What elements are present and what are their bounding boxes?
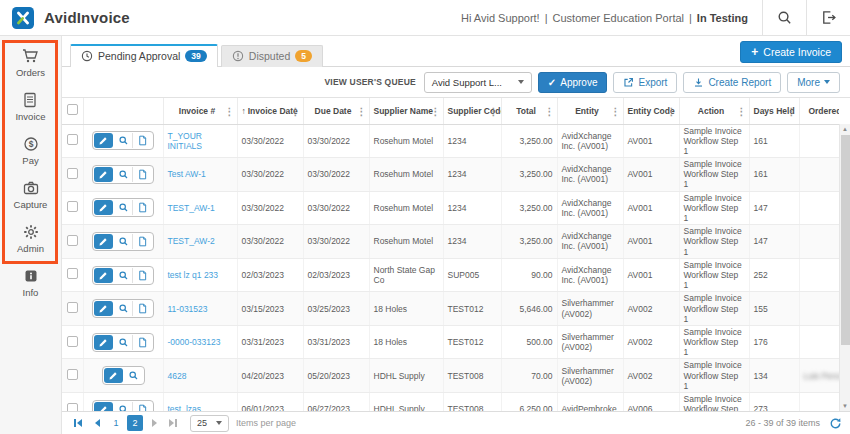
sidebar-item-pay[interactable]: $ Pay [22, 136, 38, 166]
edit-invoice-button[interactable] [94, 167, 113, 182]
attachment-button[interactable] [133, 234, 152, 249]
page-button-2[interactable]: 2 [127, 415, 143, 431]
scroll-down-icon[interactable]: ▼ [842, 401, 848, 411]
invoice-number-link[interactable]: TEST_AW-1 [168, 203, 233, 213]
entity-code-cell: AV001 [623, 191, 679, 225]
column-header-supplier-name[interactable]: Supplier Name⋮ [369, 98, 443, 124]
tab-pending-approval[interactable]: Pending Approval 39 [70, 44, 218, 68]
sidebar-item-info[interactable]: Info [23, 268, 39, 298]
approve-button[interactable]: ✓ Approve [538, 72, 608, 93]
logout-button[interactable] [806, 0, 850, 35]
preview-invoice-button[interactable] [114, 268, 133, 283]
column-menu-icon[interactable]: ⋮ [737, 105, 747, 116]
download-icon [693, 77, 704, 88]
sidebar-item-invoice[interactable]: Invoice [15, 92, 45, 122]
column-header-supplier-code[interactable]: Supplier Code⋮ [443, 98, 501, 124]
preview-invoice-button[interactable] [114, 133, 133, 148]
row-checkbox[interactable] [67, 134, 78, 145]
column-header-entity-code[interactable]: Entity Code⋮ [623, 98, 679, 124]
column-menu-icon[interactable]: ⋮ [431, 105, 441, 116]
row-checkbox[interactable] [67, 235, 78, 246]
items-per-page-select[interactable]: 25 [190, 415, 229, 432]
preview-invoice-button[interactable] [114, 167, 133, 182]
prev-page-button[interactable] [89, 415, 105, 431]
edit-invoice-button[interactable] [94, 402, 113, 411]
create-invoice-button[interactable]: + Create Invoice [740, 41, 842, 63]
preview-invoice-button[interactable] [114, 335, 133, 350]
attachment-button[interactable] [133, 167, 152, 182]
sidebar-item-orders[interactable]: Orders [16, 48, 45, 78]
invoice-number-link[interactable]: T_YOUR INITIALS [168, 131, 233, 151]
attachment-button[interactable] [133, 335, 152, 350]
edit-invoice-button[interactable] [104, 368, 123, 383]
column-header-action[interactable]: Action⋮ [679, 98, 749, 124]
column-menu-icon[interactable]: ⋮ [357, 105, 367, 116]
column-header-invoice-number[interactable]: Invoice #⋮ [163, 98, 237, 124]
search-button[interactable] [762, 0, 806, 35]
attachment-button[interactable] [133, 200, 152, 215]
more-button[interactable]: More [787, 72, 840, 93]
create-report-button[interactable]: Create Report [683, 72, 781, 93]
column-header-row-actions[interactable] [83, 98, 163, 124]
user-greeting[interactable]: Hi Avid Support! [461, 12, 540, 24]
edit-invoice-button[interactable] [94, 335, 113, 350]
edit-invoice-button[interactable] [94, 234, 113, 249]
column-header-invoice-date[interactable]: ↑Invoice Date⋮ [237, 98, 303, 124]
edit-invoice-button[interactable] [94, 301, 113, 316]
sidebar-item-admin[interactable]: Admin [17, 224, 44, 254]
edit-invoice-button[interactable] [94, 200, 113, 215]
export-button[interactable]: Export [613, 72, 677, 93]
column-header-days-held[interactable]: Days Held⋮ [749, 98, 799, 124]
page-button-1[interactable]: 1 [108, 415, 124, 431]
preview-invoice-button[interactable] [114, 402, 133, 411]
column-header-due-date[interactable]: Due Date⋮ [303, 98, 369, 124]
attachment-button[interactable] [133, 402, 152, 411]
tab-disputed[interactable]: Disputed 5 [221, 45, 323, 68]
row-checkbox[interactable] [67, 168, 78, 179]
column-menu-icon[interactable]: ⋮ [489, 105, 499, 116]
edit-invoice-button[interactable] [94, 268, 113, 283]
select-all-checkbox[interactable] [67, 104, 78, 115]
invoice-date-cell: 04/20/2023 [237, 359, 303, 393]
column-menu-icon[interactable]: ⋮ [291, 105, 301, 116]
row-checkbox[interactable] [67, 302, 78, 313]
vertical-scrollbar[interactable]: ▲ ▼ [839, 124, 850, 411]
column-header-ordered[interactable]: Ordered⋮ [799, 98, 839, 124]
preview-invoice-button[interactable] [124, 368, 143, 383]
invoice-number-link[interactable]: test lz q1 233 [168, 270, 233, 280]
invoice-number-link[interactable]: 11-031523 [168, 304, 233, 314]
first-page-button[interactable] [70, 415, 86, 431]
preview-invoice-button[interactable] [114, 234, 133, 249]
column-menu-icon[interactable]: ⋮ [667, 105, 677, 116]
column-header-total[interactable]: Total⋮ [501, 98, 557, 124]
invoice-number-link[interactable]: test_lzas [168, 404, 233, 411]
invoice-number-link[interactable]: TEST_AW-2 [168, 236, 233, 246]
sidebar-item-capture[interactable]: Capture [14, 180, 48, 210]
preview-invoice-button[interactable] [114, 200, 133, 215]
column-menu-icon[interactable]: ⋮ [611, 105, 621, 116]
portal-name[interactable]: Customer Education Portal [553, 12, 684, 24]
row-checkbox[interactable] [67, 336, 78, 347]
scrollbar-thumb[interactable] [841, 135, 850, 345]
invoice-number-link[interactable]: -0000-033123 [168, 337, 233, 347]
attachment-button[interactable] [133, 268, 152, 283]
refresh-button[interactable] [829, 417, 842, 430]
last-page-button[interactable] [165, 415, 181, 431]
row-checkbox[interactable] [67, 369, 78, 380]
column-header-entity[interactable]: Entity⋮ [557, 98, 623, 124]
column-menu-icon[interactable]: ⋮ [787, 105, 797, 116]
column-menu-icon[interactable]: ⋮ [545, 105, 555, 116]
edit-invoice-button[interactable] [94, 133, 113, 148]
next-page-button[interactable] [146, 415, 162, 431]
row-checkbox[interactable] [67, 201, 78, 212]
attachment-button[interactable] [133, 133, 152, 148]
scroll-up-icon[interactable]: ▲ [842, 124, 848, 134]
invoice-number-link[interactable]: 4628 [168, 371, 233, 381]
row-checkbox[interactable] [67, 268, 78, 279]
column-menu-icon[interactable]: ⋮ [225, 105, 235, 116]
invoice-number-link[interactable]: Test AW-1 [168, 169, 233, 179]
row-checkbox[interactable] [67, 403, 78, 411]
attachment-button[interactable] [133, 301, 152, 316]
user-queue-select[interactable]: Avid Support L... [424, 72, 532, 93]
preview-invoice-button[interactable] [114, 301, 133, 316]
